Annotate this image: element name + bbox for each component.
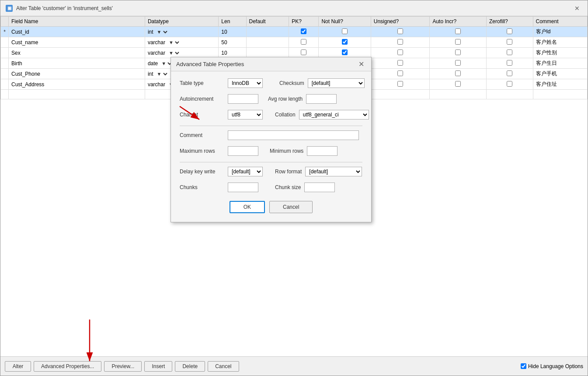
pk-checkbox[interactable]: [301, 28, 306, 34]
auto_incr-cell[interactable]: [430, 27, 487, 37]
unsigned-checkbox[interactable]: [397, 81, 403, 87]
max-rows-input[interactable]: [228, 146, 258, 156]
unsigned-checkbox[interactable]: [397, 70, 403, 76]
chunks-input[interactable]: [228, 183, 258, 192]
unsigned-cell[interactable]: [371, 58, 430, 69]
field-name-input[interactable]: [11, 29, 142, 35]
chunk-size-input[interactable]: [304, 183, 335, 192]
avg-row-length-input[interactable]: [306, 94, 337, 104]
charset-select[interactable]: utf8 latin1 utf8mb4: [228, 110, 263, 119]
auto_incr-checkbox[interactable]: [455, 28, 461, 34]
collation-select[interactable]: utf8_general_ci utf8_unicode_ci: [299, 110, 369, 119]
field-name-input[interactable]: [11, 60, 142, 67]
unsigned-checkbox[interactable]: [397, 60, 403, 66]
zerofill-cell[interactable]: [486, 48, 533, 58]
unsigned-cell[interactable]: [371, 90, 430, 99]
table-row[interactable]: varchar▼10客户性别: [1, 48, 588, 58]
comment-input[interactable]: [228, 130, 359, 140]
ok-button[interactable]: OK: [230, 201, 265, 213]
field-name-cell[interactable]: [9, 79, 145, 90]
hide-language-checkbox[interactable]: [521, 363, 526, 369]
datatype-select[interactable]: ▼: [155, 71, 169, 77]
zerofill-checkbox[interactable]: [507, 81, 512, 87]
delay-key-write-select[interactable]: [default] 0 1: [228, 167, 263, 176]
zerofill-cell[interactable]: [486, 69, 533, 79]
table-type-select[interactable]: InnoDB MyISAM MEMORY: [228, 78, 263, 88]
datatype-select[interactable]: ▼: [167, 39, 181, 46]
pk-cell[interactable]: [289, 48, 319, 58]
not_null-checkbox[interactable]: [342, 39, 348, 45]
field-name-input[interactable]: [11, 50, 142, 56]
zerofill-cell[interactable]: [486, 79, 533, 90]
zerofill-checkbox[interactable]: [507, 28, 512, 34]
zerofill-checkbox[interactable]: [507, 70, 512, 76]
auto_incr-checkbox[interactable]: [455, 81, 461, 87]
field-name-input[interactable]: [11, 71, 142, 77]
insert-button[interactable]: Insert: [144, 361, 172, 372]
alter-button[interactable]: Alter: [5, 361, 31, 372]
unsigned-cell[interactable]: [371, 37, 430, 48]
zerofill-checkbox[interactable]: [507, 60, 512, 66]
zerofill-checkbox[interactable]: [507, 49, 512, 55]
datatype-select[interactable]: ▼: [155, 29, 169, 35]
field-name-input[interactable]: [11, 39, 142, 46]
zerofill-cell[interactable]: [486, 58, 533, 69]
datatype-select[interactable]: ▼: [167, 50, 181, 56]
unsigned-cell[interactable]: [371, 27, 430, 37]
field-name-cell[interactable]: [9, 27, 145, 37]
pk-checkbox[interactable]: [301, 39, 306, 45]
zerofill-cell[interactable]: [486, 90, 533, 99]
pk-cell[interactable]: [289, 27, 319, 37]
not_null-cell[interactable]: [319, 37, 371, 48]
auto_incr-cell[interactable]: [430, 69, 487, 79]
pk-checkbox[interactable]: [301, 49, 306, 55]
datatype-cell[interactable]: int▼: [145, 27, 218, 37]
not_null-cell[interactable]: [319, 48, 371, 58]
not_null-checkbox[interactable]: [342, 49, 348, 55]
auto_incr-cell[interactable]: [430, 48, 487, 58]
preview-button[interactable]: Preview...: [104, 361, 142, 372]
row-format-select[interactable]: [default] COMPACT REDUNDANT DYNAMIC: [305, 167, 362, 176]
field-name-input[interactable]: [11, 81, 142, 88]
min-rows-input[interactable]: [307, 146, 337, 156]
unsigned-cell[interactable]: [371, 79, 430, 90]
field-name-cell[interactable]: [9, 48, 145, 58]
cancel-button[interactable]: Cancel: [208, 361, 239, 372]
field-name-cell[interactable]: [9, 58, 145, 69]
unsigned-cell[interactable]: [371, 48, 430, 58]
zerofill-cell[interactable]: [486, 37, 533, 48]
auto_incr-checkbox[interactable]: [455, 60, 461, 66]
not_null-cell[interactable]: [319, 27, 371, 37]
zerofill-cell[interactable]: [486, 27, 533, 37]
window-close-button[interactable]: ✕: [572, 4, 582, 13]
delete-button[interactable]: Delete: [175, 361, 205, 372]
field-name-input[interactable]: [11, 91, 142, 98]
unsigned-checkbox[interactable]: [397, 28, 403, 34]
unsigned-checkbox[interactable]: [397, 49, 403, 55]
auto_incr-checkbox[interactable]: [455, 49, 461, 55]
dialog-cancel-button[interactable]: Cancel: [269, 201, 313, 213]
dialog-close-button[interactable]: ✕: [357, 61, 366, 68]
table-row[interactable]: *int▼10客户Id: [1, 27, 588, 37]
checksum-select[interactable]: [default] 0 1: [308, 78, 365, 88]
field-name-cell[interactable]: [9, 37, 145, 48]
unsigned-checkbox[interactable]: [397, 39, 403, 45]
not_null-checkbox[interactable]: [342, 28, 348, 34]
datatype-cell[interactable]: varchar▼: [145, 37, 218, 48]
dialog-title: Advanced Table Properties: [176, 61, 244, 67]
table-row[interactable]: varchar▼50客户姓名: [1, 37, 588, 48]
datatype-cell[interactable]: varchar▼: [145, 48, 218, 58]
zerofill-checkbox[interactable]: [507, 39, 512, 45]
advanced-properties-button[interactable]: Advanced Properties...: [34, 361, 101, 372]
auto_incr-checkbox[interactable]: [455, 70, 461, 76]
auto_incr-cell[interactable]: [430, 58, 487, 69]
field-name-cell[interactable]: [9, 90, 145, 99]
auto_incr-checkbox[interactable]: [455, 39, 461, 45]
auto_incr-cell[interactable]: [430, 37, 487, 48]
auto_incr-cell[interactable]: [430, 79, 487, 90]
pk-cell[interactable]: [289, 37, 319, 48]
autoincrement-input[interactable]: [228, 94, 258, 104]
unsigned-cell[interactable]: [371, 69, 430, 79]
auto_incr-cell[interactable]: [430, 90, 487, 99]
field-name-cell[interactable]: [9, 69, 145, 79]
